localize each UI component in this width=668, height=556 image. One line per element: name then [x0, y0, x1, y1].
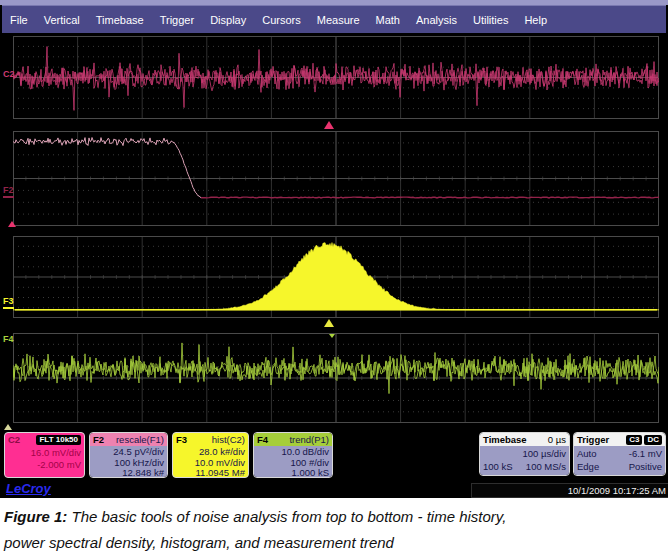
f2-offset-marker[interactable]	[8, 221, 16, 227]
panel-f3-histogram	[13, 236, 659, 318]
panel-f2-psd	[13, 131, 659, 226]
trace-label-f4: F4	[3, 335, 14, 344]
menu-item-measure[interactable]: Measure	[309, 14, 368, 26]
trigger-slope: Positive	[629, 460, 662, 473]
descriptor-c2[interactable]: C2 FLT 10k50 16.0 mV/div -2.000 mV	[4, 432, 85, 478]
figure-caption-label: Figure 1:	[4, 508, 67, 525]
figure-caption-line1: The basic tools of noise analysis from t…	[72, 508, 507, 525]
descriptor-f2-line3: 12.848 k#	[93, 468, 164, 478]
screenshot-root: FileVerticalTimebaseTriggerDisplayCursor…	[0, 0, 668, 556]
menu-item-cursors[interactable]: Cursors	[254, 14, 309, 26]
timebase-sample-rate: 100 MS/s	[526, 460, 566, 473]
menu-item-file[interactable]: File	[2, 14, 36, 26]
menu-item-display[interactable]: Display	[202, 14, 254, 26]
menu-item-help[interactable]: Help	[516, 14, 555, 26]
trigger-mode: Auto	[577, 447, 597, 460]
timebase-delay: 0 µs	[548, 433, 566, 446]
descriptor-f3-label: F3	[176, 433, 187, 446]
trigger-title: Trigger	[577, 433, 609, 446]
timebase-box[interactable]: Timebase 0 µs 100 µs/div 100 kS 100 MS/s	[479, 432, 570, 476]
figure-caption-line2: power spectral density, histogram, and m…	[4, 534, 394, 551]
waveform-c2-time-history	[13, 36, 659, 119]
descriptor-f3[interactable]: F3 hist(C2) 28.0 k#/div 10.0 mV/div 11.0…	[172, 432, 249, 478]
f4-offset-marker[interactable]	[4, 424, 12, 430]
trace-label-f3: F3	[3, 297, 14, 309]
lecroy-logo: LeCroy	[6, 481, 51, 496]
descriptor-f4-line1: 10.0 dB/div	[257, 447, 329, 458]
descriptor-c2-filter-badge: FLT 10k50	[36, 435, 81, 445]
descriptor-f4-function: trend(P1)	[289, 433, 329, 446]
waveform-f3-histogram	[13, 236, 659, 318]
menu-bar: FileVerticalTimebaseTriggerDisplayCursor…	[2, 5, 666, 33]
descriptor-f2-label: F2	[93, 433, 104, 446]
menu-item-utilities[interactable]: Utilities	[465, 14, 516, 26]
timebase-record-length: 100 kS	[483, 460, 513, 473]
menu-item-timebase[interactable]: Timebase	[88, 14, 152, 26]
descriptor-c2-offset: -2.000 mV	[5, 459, 81, 471]
descriptor-f4-label: F4	[257, 433, 268, 446]
waveform-f4-trend	[13, 333, 659, 423]
trigger-coupling-badge: DC	[644, 435, 662, 445]
f4-top-tick-marker	[329, 334, 335, 338]
trace-label-f2: F2	[3, 186, 14, 198]
trigger-time-marker[interactable]	[324, 121, 334, 129]
menu-item-math[interactable]: Math	[368, 14, 408, 26]
descriptor-f4-line3: 1.000 kS	[257, 468, 329, 478]
panel-f4-trend	[13, 333, 659, 423]
descriptor-c2-vdiv: 16.0 mV/div	[5, 447, 81, 459]
timestamp: 10/1/2009 10:17:25 AM	[471, 483, 668, 498]
trigger-source-badge: C3	[626, 435, 642, 445]
timebase-hdiv: 100 µs/div	[523, 447, 567, 460]
trigger-type: Edge	[577, 460, 599, 473]
descriptor-f3-function: hist(C2)	[212, 433, 245, 446]
descriptor-f2-function: rescale(F1)	[116, 433, 164, 446]
panel-c2-time-history	[13, 36, 659, 119]
descriptor-f4[interactable]: F4 trend(P1) 10.0 dB/div 100 #/div 1.000…	[253, 432, 333, 478]
descriptor-f2[interactable]: F2 rescale(F1) 24.5 pV²/div 100 kHz/div …	[89, 432, 168, 478]
waveform-f2-psd	[13, 131, 659, 226]
oscilloscope-screen: FileVerticalTimebaseTriggerDisplayCursor…	[0, 0, 668, 498]
trace-label-c2: C2	[3, 70, 15, 79]
descriptor-f2-line1: 24.5 pV²/div	[93, 447, 164, 458]
descriptor-f3-line1: 28.0 k#/div	[176, 447, 245, 458]
trigger-box[interactable]: Trigger C3 DC Auto -6.1 mV Edge Positive	[573, 432, 666, 476]
menu-item-analysis[interactable]: Analysis	[408, 14, 465, 26]
histogram-center-marker[interactable]	[324, 319, 334, 327]
menu-item-vertical[interactable]: Vertical	[36, 14, 88, 26]
timebase-title: Timebase	[483, 433, 527, 446]
trigger-level: -6.1 mV	[629, 447, 662, 460]
descriptor-f3-line3: 11.0945 M#	[176, 468, 245, 478]
descriptor-c2-channel: C2	[8, 434, 20, 445]
menu-item-trigger[interactable]: Trigger	[152, 14, 202, 26]
figure-caption: Figure 1: The basic tools of noise analy…	[0, 498, 668, 556]
